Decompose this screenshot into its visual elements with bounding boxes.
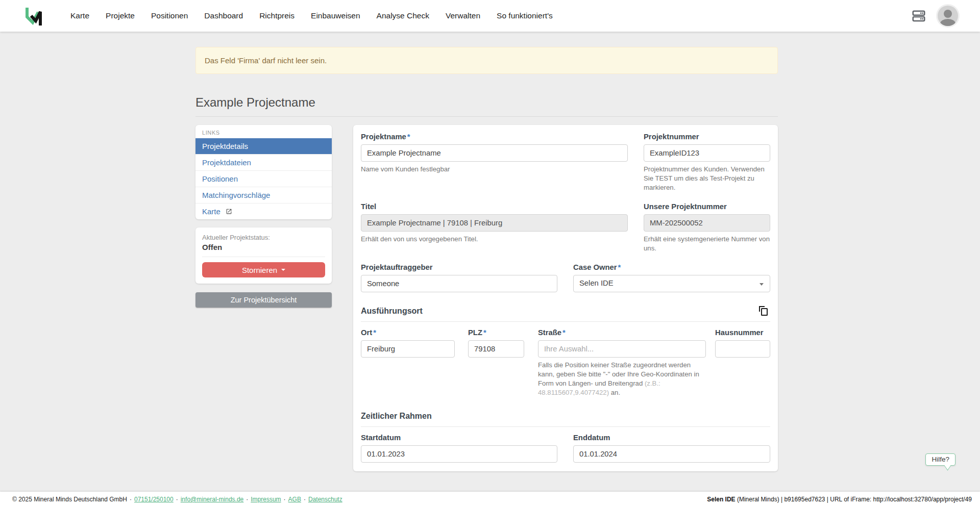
caret-down-icon	[281, 269, 285, 271]
projektauftraggeber-label: Projektauftraggeber	[361, 263, 557, 271]
nav-item-analyse-check[interactable]: Analyse Check	[377, 11, 429, 20]
avatar-body-icon	[940, 19, 955, 26]
case-owner-label: Case Owner*	[573, 263, 770, 271]
links-card: LINKS Projektdetails Projektdateien Posi…	[195, 125, 332, 219]
hausnummer-input[interactable]	[715, 340, 770, 358]
title-divider	[195, 116, 778, 117]
copy-icon[interactable]	[757, 305, 769, 319]
top-navbar: Karte Projekte Positionen Dashboard Rich…	[0, 0, 980, 32]
nav-item-karte[interactable]: Karte	[70, 11, 89, 20]
nav-item-verwalten[interactable]: Verwalten	[446, 11, 480, 20]
stornieren-button-label: Stornieren	[242, 266, 277, 274]
section-divider	[361, 321, 770, 322]
section-divider	[361, 426, 770, 427]
required-asterisk: *	[407, 133, 410, 141]
footer-user-name: Selen IDE	[707, 496, 735, 503]
projektname-helper: Name vom Kunden festlegbar	[361, 165, 628, 174]
sidebar-item-projektdateien[interactable]: Projektdateien	[195, 154, 332, 170]
avatar-head-icon	[944, 10, 952, 18]
strasse-label: Straße*	[538, 328, 706, 337]
footer-separator: ·	[246, 496, 248, 503]
projektnummer-label: Projektnummer	[644, 133, 770, 141]
projektauftraggeber-input[interactable]	[361, 275, 557, 292]
footer-link-impressum[interactable]: Impressum	[251, 496, 281, 503]
plz-input[interactable]	[468, 340, 524, 358]
nav-item-positionen[interactable]: Positionen	[151, 11, 188, 20]
startdatum-input[interactable]	[361, 445, 557, 463]
zur-projektuebersicht-button[interactable]: Zur Projektübersicht	[195, 292, 332, 308]
validation-alert: Das Feld 'Firma' darf nicht leer sein.	[195, 47, 778, 74]
sidebar-item-karte-label: Karte	[202, 207, 220, 216]
nav-item-richtpreis[interactable]: Richtpreis	[259, 11, 295, 20]
case-owner-selected-value: Selen IDE	[579, 279, 614, 287]
plz-label: PLZ*	[468, 328, 524, 337]
footer-link-datenschutz[interactable]: Datenschutz	[308, 496, 342, 503]
strasse-input[interactable]	[538, 340, 706, 358]
unsere-projektnummer-helper: Erhält eine systemgenerierte Nummer von …	[644, 235, 770, 253]
sidebar-item-projektdetails[interactable]: Projektdetails	[195, 138, 332, 154]
alert-text: Das Feld 'Firma' darf nicht leer sein.	[205, 56, 327, 65]
user-avatar[interactable]	[938, 6, 958, 26]
footer-separator: ·	[304, 496, 306, 503]
footer-link-email[interactable]: info@mineral-minds.de	[181, 496, 244, 503]
required-asterisk: *	[562, 328, 566, 337]
required-asterisk: *	[483, 328, 486, 337]
status-label: Aktueller Projektstatus:	[202, 234, 325, 241]
footer-session-info: Selen IDE (Mineral Minds) | b91695ed7623…	[707, 496, 972, 503]
server-stack-icon[interactable]	[910, 7, 927, 24]
projektnummer-input[interactable]	[644, 144, 770, 162]
page-title: Example Projectname	[195, 95, 778, 110]
case-owner-select[interactable]: Selen IDE	[573, 275, 770, 292]
titel-label: Titel	[361, 202, 628, 211]
unsere-projektnummer-input	[644, 214, 770, 232]
strasse-helper: Falls die Position keiner Straße zugeord…	[538, 361, 706, 397]
external-link-icon	[226, 208, 232, 215]
ort-label: Ort*	[361, 328, 455, 337]
projektname-input[interactable]	[361, 144, 628, 162]
startdatum-label: Startdatum	[361, 434, 557, 442]
chevron-down-icon	[760, 283, 764, 286]
footer-link-agb[interactable]: AGB	[288, 496, 301, 503]
footer-link-phone[interactable]: 07151/250100	[134, 496, 174, 503]
titel-helper: Erhält den von uns vorgegebenen Titel.	[361, 235, 628, 244]
project-status-card: Aktueller Projektstatus: Offen Storniere…	[195, 227, 332, 284]
status-divider	[202, 257, 325, 257]
nav-item-projekte[interactable]: Projekte	[106, 11, 135, 20]
required-asterisk: *	[373, 328, 376, 337]
mineral-minds-logo-icon[interactable]	[23, 4, 44, 28]
nav-item-einbauweisen[interactable]: Einbauweisen	[311, 11, 360, 20]
footer-separator: ·	[176, 496, 178, 503]
nav-item-so-funktionierts[interactable]: So funktioniert's	[497, 11, 553, 20]
links-card-header: LINKS	[195, 125, 332, 138]
ausfuehrungsort-section-title: Ausführungsort	[361, 307, 770, 316]
zeitlicher-rahmen-section-title: Zeitlicher Rahmen	[361, 412, 770, 421]
stornieren-button[interactable]: Stornieren	[202, 262, 325, 277]
sidebar-item-matchingvorschlaege[interactable]: Matchingvorschläge	[195, 187, 332, 203]
status-value: Offen	[202, 243, 325, 251]
required-asterisk: *	[618, 263, 621, 271]
footer: © 2025 Mineral Minds Deutschland GmbH · …	[0, 492, 980, 507]
enddatum-label: Enddatum	[573, 434, 770, 442]
projektnummer-helper: Projektnummer des Kunden. Verwenden Sie …	[644, 165, 770, 192]
footer-separator: ·	[130, 496, 132, 503]
enddatum-input[interactable]	[573, 445, 770, 463]
unsere-projektnummer-label: Unsere Projektnummer	[644, 202, 770, 211]
project-details-form: Projektname* Name vom Kunden festlegbar …	[353, 125, 778, 471]
hausnummer-label: Hausnummer	[715, 328, 770, 337]
footer-session-details: (Mineral Minds) | b91695ed7623 | URL of …	[736, 496, 972, 503]
main-nav: Karte Projekte Positionen Dashboard Rich…	[70, 11, 553, 20]
ort-input[interactable]	[361, 340, 455, 358]
titel-input	[361, 214, 628, 232]
footer-separator: ·	[284, 496, 286, 503]
help-button[interactable]: Hilfe?	[925, 453, 955, 466]
sidebar-item-positionen[interactable]: Positionen	[195, 170, 332, 187]
footer-copyright: © 2025 Mineral Minds Deutschland GmbH	[12, 496, 127, 503]
projektname-label: Projektname*	[361, 133, 628, 141]
sidebar-item-karte[interactable]: Karte	[195, 203, 332, 219]
nav-item-dashboard[interactable]: Dashboard	[204, 11, 243, 20]
